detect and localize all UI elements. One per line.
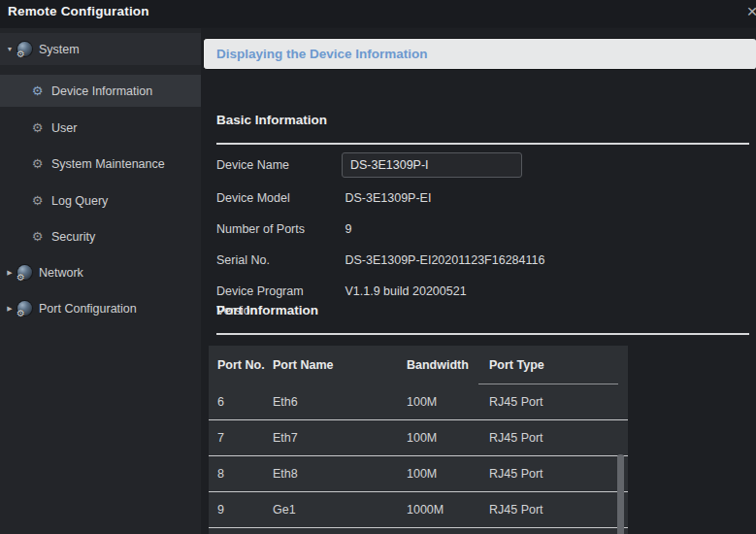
gear-icon: ⚙ — [30, 193, 45, 208]
cell-bandwidth: 1000M — [398, 503, 480, 517]
content-header-text: Displaying the Device Information — [216, 47, 428, 61]
sidebar-item-user[interactable]: ⚙ User — [0, 112, 201, 144]
port-type-header-underline — [478, 384, 618, 384]
cell-port-name: Eth6 — [264, 395, 398, 409]
column-header-port-type[interactable]: Port Type — [480, 358, 628, 372]
port-information-divider — [216, 333, 749, 335]
gear-icon: ⚙ — [30, 120, 45, 135]
field-label: Device Name — [216, 155, 342, 175]
sidebar-item-system-maintenance[interactable]: ⚙ System Maintenance — [0, 148, 201, 180]
field-device-model: Device Model DS-3E1309P-EI — [216, 188, 431, 208]
column-header-port-name[interactable]: Port Name — [264, 358, 398, 372]
sidebar-item-system[interactable]: ▼ ⚙ System — [0, 33, 201, 65]
mini-gear-icon: ⚙ — [16, 50, 25, 59]
cell-port-name: Eth8 — [264, 467, 398, 481]
window-title: Remote Configuration — [8, 4, 149, 18]
cell-port-name: Ge1 — [264, 503, 398, 517]
port-information-title: Port Information — [216, 303, 318, 317]
table-row[interactable]: 6 Eth6 100M RJ45 Port — [209, 384, 628, 420]
column-header-bandwidth[interactable]: Bandwidth — [398, 358, 480, 372]
gear-icon: ⚙ — [30, 83, 45, 98]
mini-gear-icon: ⚙ — [16, 273, 25, 283]
gear-icon: ⚙ — [30, 229, 45, 244]
field-value: 9 — [345, 222, 351, 236]
port-information-table: Port No. Port Name Bandwidth Port Type 6… — [209, 346, 628, 534]
table-row[interactable]: 7 Eth7 100M RJ45 Port — [209, 420, 628, 456]
field-serial-no: Serial No. DS-3E1309P-EI20201123F1628411… — [216, 250, 544, 270]
content-header-banner: Displaying the Device Information — [203, 38, 756, 70]
basic-information-title: Basic Information — [216, 113, 327, 127]
sidebar-item-label: User — [51, 121, 77, 135]
sidebar-tree: ▼ ⚙ System ⚙ Device Information ⚙ User ⚙… — [0, 27, 201, 534]
cell-port-no: 7 — [209, 431, 264, 445]
main-content: Displaying the Device Information Basic … — [201, 27, 756, 534]
table-row[interactable]: 9 Ge1 1000M RJ45 Port — [209, 492, 628, 528]
chevron-down-icon[interactable]: ▼ — [5, 46, 15, 52]
sidebar-item-label: Security — [51, 230, 95, 244]
basic-information-divider — [216, 143, 749, 145]
field-value: DS-3E1309P-EI — [345, 191, 431, 205]
remote-configuration-window: Remote Configuration × ▼ ⚙ System ⚙ Devi… — [0, 0, 756, 534]
cell-port-no: 6 — [209, 395, 264, 409]
globe-gear-icon: ⚙ — [17, 42, 32, 56]
cell-bandwidth: 100M — [398, 395, 480, 409]
table-header-row: Port No. Port Name Bandwidth Port Type — [209, 346, 628, 384]
field-value: DS-3E1309P-EI20201123F16284116 — [345, 253, 544, 267]
mini-gear-icon: ⚙ — [16, 309, 25, 318]
device-name-input[interactable] — [342, 152, 522, 178]
field-device-name: Device Name — [216, 155, 342, 175]
sidebar-item-label: System — [39, 43, 80, 56]
field-label: Serial No. — [216, 250, 342, 270]
table-row[interactable]: 8 Eth8 100M RJ45 Port — [209, 456, 628, 492]
globe-gear-icon: ⚙ — [17, 265, 32, 280]
cell-bandwidth: 100M — [398, 431, 480, 445]
cell-port-name: Eth7 — [264, 431, 398, 445]
sidebar-item-label: Port Configuration — [39, 302, 137, 316]
field-value: V1.1.9 build 20200521 — [345, 284, 466, 298]
sidebar-item-label: Network — [39, 266, 83, 280]
sidebar-item-label: Device Information — [51, 84, 152, 98]
field-number-of-ports: Number of Ports 9 — [216, 219, 351, 239]
gear-icon: ⚙ — [30, 156, 45, 171]
sidebar-item-label: Log Query — [51, 194, 108, 208]
cell-port-type: RJ45 Port — [480, 503, 628, 517]
cell-port-no: 9 — [209, 503, 264, 517]
field-device-program-version: Device Program Version V1.1.9 build 2020… — [216, 282, 467, 301]
cell-port-no: 8 — [209, 467, 264, 481]
close-icon[interactable]: × — [741, 1, 756, 22]
field-label: Number of Ports — [216, 219, 342, 239]
sidebar-item-security[interactable]: ⚙ Security — [0, 220, 201, 252]
sidebar-item-port-configuration[interactable]: ▶ ⚙ Port Configuration — [0, 292, 201, 324]
cell-port-type: RJ45 Port — [480, 431, 628, 445]
cell-port-type: RJ45 Port — [480, 395, 628, 409]
title-bar: Remote Configuration × — [0, 0, 756, 27]
chevron-right-icon[interactable]: ▶ — [5, 269, 15, 277]
column-header-port-no[interactable]: Port No. — [209, 358, 264, 372]
sidebar-item-log-query[interactable]: ⚙ Log Query — [0, 184, 201, 217]
sidebar-item-label: System Maintenance — [51, 157, 165, 171]
globe-gear-icon: ⚙ — [17, 301, 32, 316]
cell-port-type: RJ45 Port — [480, 467, 628, 481]
chevron-right-icon[interactable]: ▶ — [5, 305, 15, 313]
table-scrollbar-thumb[interactable] — [617, 454, 624, 534]
cell-bandwidth: 100M — [398, 467, 480, 481]
sidebar-item-device-information[interactable]: ⚙ Device Information — [0, 75, 201, 107]
field-label: Device Model — [216, 188, 342, 208]
sidebar-item-network[interactable]: ▶ ⚙ Network — [0, 256, 201, 288]
